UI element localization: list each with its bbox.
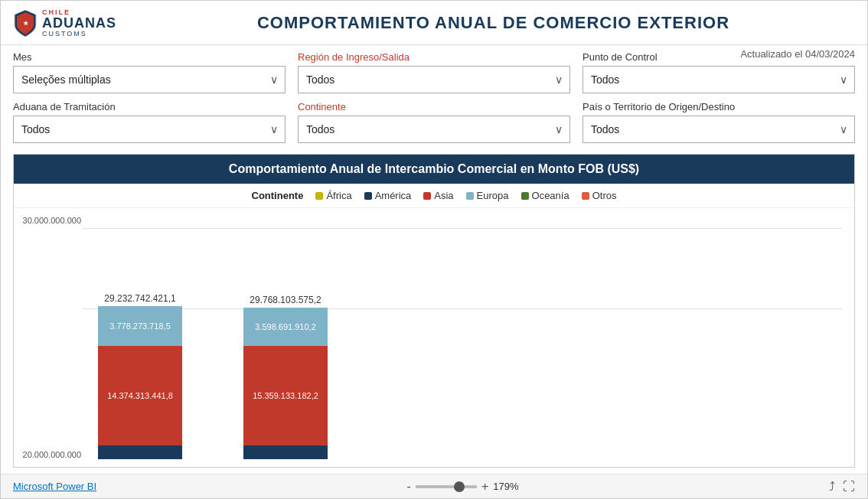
bar2-total-label: 29.768.103.575,2 — [250, 295, 321, 305]
legend-africa-label: África — [326, 190, 351, 201]
footer: Microsoft Power BI - + 179% ⤴ ⛶ — [1, 474, 867, 498]
filter-region-label: Región de Ingreso/Salida — [298, 51, 570, 63]
legend-oceania-label: Oceanía — [532, 190, 569, 201]
bar1-segment-europa: 3.778.273.718,5 — [98, 306, 182, 346]
chart-section: Comportamiento Anual de Intercambio Come… — [13, 154, 855, 468]
zoom-thumb[interactable] — [454, 481, 465, 492]
main-container: ★ CHILE ADUANAS CUSTOMS COMPORTAMIENTO A… — [0, 0, 868, 499]
filter-row-1: Mes Seleções múltiplas Enero Febrero Reg… — [13, 51, 855, 93]
bar1-total-label: 29.232.742.421,1 — [104, 293, 175, 304]
filter-mes-label: Mes — [13, 51, 286, 63]
filter-punto-wrapper[interactable]: Todos — [582, 66, 855, 93]
legend-africa-dot — [315, 192, 323, 200]
filter-mes-select[interactable]: Seleções múltiplas Enero Febrero — [13, 66, 286, 93]
grid-line-top — [83, 228, 842, 229]
page-title: COMPORTAMIENTO ANUAL DE COMERCIO EXTERIO… — [132, 13, 855, 33]
legend-otros-dot — [582, 192, 589, 200]
bar-group-1: 29.232.742.421,1 3.778.273.718,5 14.374.… — [98, 293, 182, 459]
power-bi-link[interactable]: Microsoft Power BI — [13, 481, 96, 492]
filter-pais: País o Territorio de Origen/Destino Todo… — [582, 101, 855, 143]
logo-customs: CUSTOMS — [42, 30, 87, 38]
legend-asia-dot — [423, 192, 431, 200]
filters-area: Mes Seleções múltiplas Enero Febrero Reg… — [1, 45, 867, 154]
zoom-plus-button[interactable]: + — [481, 480, 488, 494]
grid-lines — [83, 216, 842, 459]
legend-oceania: Oceanía — [521, 190, 569, 201]
updated-text: Actualizado el 04/03/2024 — [740, 48, 855, 60]
bar-group-2: 29.768.103.575,2 3.598.691.910,2 15.359.… — [243, 295, 328, 459]
logo-shield-icon: ★ — [13, 8, 38, 38]
filter-continente-wrapper[interactable]: Todos — [298, 116, 570, 143]
zoom-control: - + 179% — [407, 480, 519, 494]
chart-body: 30.000.000.000 20.000.000.000 29.232.742… — [14, 208, 854, 467]
zoom-minus-button[interactable]: - — [407, 480, 411, 494]
y-label-top: 30.000.000.000 — [23, 216, 81, 225]
filter-pais-wrapper[interactable]: Todos — [582, 116, 855, 143]
filter-mes-wrapper[interactable]: Seleções múltiplas Enero Febrero — [13, 66, 286, 93]
logo-chile: CHILE — [42, 8, 70, 16]
legend-america-dot — [364, 192, 372, 200]
filter-region-wrapper[interactable]: Todos — [298, 66, 570, 93]
legend-america: América — [364, 190, 412, 201]
filter-pais-select[interactable]: Todos — [582, 116, 855, 143]
bar1-segment-asia: 14.374.313.441,8 — [98, 346, 182, 445]
bar2-segment-america — [243, 445, 328, 459]
legend-title: Continente — [252, 190, 304, 201]
filter-aduana: Aduana de Tramitación Todos — [13, 101, 286, 143]
filter-region: Región de Ingreso/Salida Todos — [298, 51, 570, 93]
filter-aduana-select[interactable]: Todos — [13, 116, 286, 143]
filter-region-select[interactable]: Todos — [298, 66, 570, 93]
legend-africa: África — [315, 190, 351, 201]
y-label-bottom: 20.000.000.000 — [23, 450, 81, 459]
legend-europa-dot — [466, 192, 474, 200]
filter-row-2: Aduana de Tramitación Todos Continente T… — [13, 101, 855, 143]
bar1-segment-america — [98, 445, 182, 459]
svg-text:★: ★ — [23, 20, 29, 27]
chart-plot: 29.232.742.421,1 3.778.273.718,5 14.374.… — [83, 216, 842, 459]
filter-punto-select[interactable]: Todos — [582, 66, 855, 93]
footer-icons: ⤴ ⛶ — [829, 480, 855, 494]
filter-mes: Mes Seleções múltiplas Enero Febrero — [13, 51, 286, 93]
bar2-stack: 3.598.691.910,2 15.359.133.182,2 — [243, 308, 328, 459]
grid-line-mid — [83, 308, 842, 309]
logo-area: ★ CHILE ADUANAS CUSTOMS — [13, 8, 116, 38]
bar2-segment-asia: 15.359.133.182,2 — [243, 346, 328, 445]
legend-america-label: América — [375, 190, 412, 201]
filter-continente: Continente Todos — [298, 101, 570, 143]
chart-title: Comportamiento Anual de Intercambio Come… — [14, 155, 854, 184]
bar2-segment-europa: 3.598.691.910,2 — [243, 308, 328, 346]
filter-pais-label: País o Territorio de Origen/Destino — [582, 101, 855, 113]
filter-continente-label: Continente — [298, 101, 570, 113]
legend-asia-label: Asia — [434, 190, 453, 201]
share-icon[interactable]: ⤴ — [829, 480, 835, 494]
legend-otros: Otros — [582, 190, 617, 201]
chart-legend: Continente África América Asia Europa Oc… — [14, 184, 854, 208]
zoom-slider[interactable] — [416, 485, 477, 488]
legend-europa: Europa — [466, 190, 509, 201]
legend-oceania-dot — [521, 192, 529, 200]
filter-aduana-wrapper[interactable]: Todos — [13, 116, 286, 143]
zoom-value: 179% — [493, 481, 518, 492]
header: ★ CHILE ADUANAS CUSTOMS COMPORTAMIENTO A… — [1, 1, 867, 45]
legend-europa-label: Europa — [477, 190, 509, 201]
y-axis: 30.000.000.000 20.000.000.000 — [20, 216, 81, 459]
logo-text: CHILE ADUANAS CUSTOMS — [42, 8, 116, 38]
legend-asia: Asia — [423, 190, 453, 201]
logo-aduanas: ADUANAS — [42, 16, 116, 30]
bar1-stack: 3.778.273.718,5 14.374.313.441,8 — [98, 306, 182, 459]
filter-continente-select[interactable]: Todos — [298, 116, 570, 143]
filter-aduana-label: Aduana de Tramitación — [13, 101, 286, 113]
fullscreen-icon[interactable]: ⛶ — [843, 480, 855, 494]
legend-otros-label: Otros — [592, 190, 617, 201]
